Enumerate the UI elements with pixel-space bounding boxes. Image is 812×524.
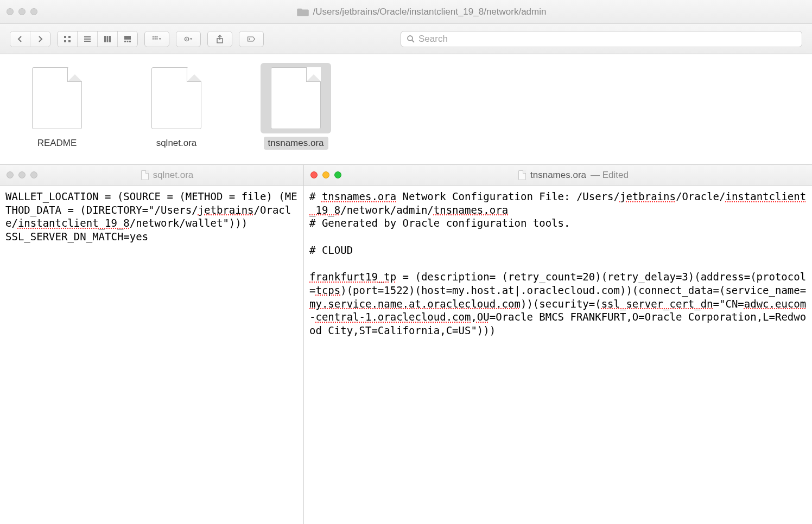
document-icon	[141, 170, 149, 180]
svg-rect-15	[155, 36, 156, 37]
maximize-button[interactable]	[30, 8, 37, 15]
filename: tnsnames.ora	[530, 170, 586, 181]
gear-icon	[184, 35, 193, 43]
chevron-left-icon	[16, 35, 24, 43]
svg-line-25	[412, 40, 414, 42]
svg-rect-14	[153, 36, 154, 37]
window-controls	[7, 171, 37, 178]
search-icon	[407, 35, 415, 43]
svg-rect-1	[68, 36, 71, 38]
svg-rect-10	[124, 36, 131, 40]
editor-titlebar: sqlnet.ora	[0, 165, 303, 186]
editor-content[interactable]: # tnsnames.ora Network Configuration Fil…	[304, 186, 812, 524]
minimize-button[interactable]	[322, 171, 329, 178]
search-field[interactable]	[401, 31, 802, 47]
forward-button[interactable]	[30, 31, 50, 47]
edited-badge: — Edited	[591, 170, 629, 181]
maximize-button[interactable]	[334, 171, 341, 178]
svg-rect-19	[156, 38, 157, 39]
gallery-view-button[interactable]	[118, 31, 137, 47]
share-icon	[215, 35, 224, 43]
search-input[interactable]	[418, 34, 796, 44]
tag-group	[239, 31, 264, 47]
svg-rect-17	[153, 38, 154, 39]
window-title: /Users/jetbrains/Oracle/instantclient_19…	[37, 7, 805, 17]
svg-rect-13	[129, 41, 131, 42]
file-icon	[151, 67, 201, 129]
editor-titlebar: tnsnames.ora — Edited	[304, 165, 812, 186]
svg-rect-7	[104, 36, 106, 42]
file-label: sqlnet.ora	[152, 137, 201, 150]
svg-rect-2	[64, 40, 66, 42]
minimize-button[interactable]	[18, 8, 26, 15]
editor-content[interactable]: WALLET_LOCATION = (SOURCE = (METHOD = fi…	[0, 186, 303, 524]
svg-rect-12	[127, 41, 129, 42]
editor-window-tnsnames: tnsnames.ora — Edited # tnsnames.ora Net…	[304, 165, 812, 524]
gallery-icon	[123, 35, 132, 43]
window-controls	[7, 8, 37, 15]
svg-rect-0	[64, 36, 66, 38]
svg-rect-3	[68, 40, 71, 42]
finder-window: /Users/jetbrains/Oracle/instantclient_19…	[0, 0, 812, 165]
file-label: tnsnames.ora	[264, 137, 328, 150]
svg-rect-16	[156, 36, 157, 37]
file-icon	[271, 67, 321, 129]
window-controls	[310, 171, 341, 178]
tag-icon	[247, 35, 256, 43]
svg-point-21	[186, 38, 187, 39]
finder-titlebar: /Users/jetbrains/Oracle/instantclient_19…	[0, 0, 812, 24]
arrange-group	[144, 31, 169, 47]
editor-window-sqlnet: sqlnet.ora WALLET_LOCATION = (SOURCE = (…	[0, 165, 304, 524]
share-group	[207, 31, 232, 47]
svg-rect-6	[84, 41, 91, 42]
svg-point-23	[249, 38, 250, 39]
path-text: /Users/jetbrains/Oracle/instantclient_19…	[313, 7, 547, 17]
close-button[interactable]	[310, 171, 318, 178]
action-button[interactable]	[176, 31, 200, 47]
minimize-button[interactable]	[18, 171, 26, 178]
list-view-button[interactable]	[78, 31, 98, 47]
folder-icon	[297, 7, 309, 17]
action-group	[176, 31, 201, 47]
arrange-button[interactable]	[145, 31, 169, 47]
icon-view-button[interactable]	[58, 31, 78, 47]
share-button[interactable]	[208, 31, 232, 47]
arrange-icon	[153, 35, 161, 43]
grid-icon	[63, 35, 72, 43]
svg-rect-9	[109, 36, 111, 42]
chevron-right-icon	[36, 35, 45, 43]
finder-toolbar	[0, 24, 812, 54]
maximize-button[interactable]	[30, 171, 37, 178]
nav-buttons	[10, 31, 50, 47]
column-view-button[interactable]	[98, 31, 118, 47]
list-icon	[83, 35, 92, 43]
tag-button[interactable]	[239, 31, 263, 47]
svg-rect-18	[155, 38, 156, 39]
svg-point-24	[408, 36, 413, 41]
file-label: README	[33, 137, 81, 150]
filename: sqlnet.ora	[153, 170, 194, 181]
editor-title: tnsnames.ora — Edited	[341, 170, 805, 181]
svg-rect-8	[107, 36, 109, 42]
document-icon	[518, 170, 526, 180]
file-item-tnsnames[interactable]: tnsnames.ora	[255, 63, 337, 150]
svg-rect-11	[124, 41, 126, 42]
back-button[interactable]	[10, 31, 30, 47]
editor-title: sqlnet.ora	[37, 170, 297, 181]
svg-rect-5	[84, 39, 91, 40]
file-item-readme[interactable]: README	[16, 63, 98, 150]
view-buttons	[57, 31, 138, 47]
file-icon	[32, 67, 82, 129]
file-area[interactable]: README sqlnet.ora tnsnames.ora	[0, 54, 812, 158]
file-item-sqlnet[interactable]: sqlnet.ora	[136, 63, 217, 150]
svg-rect-4	[84, 36, 91, 37]
close-button[interactable]	[7, 171, 14, 178]
close-button[interactable]	[7, 8, 14, 15]
columns-icon	[103, 35, 112, 43]
